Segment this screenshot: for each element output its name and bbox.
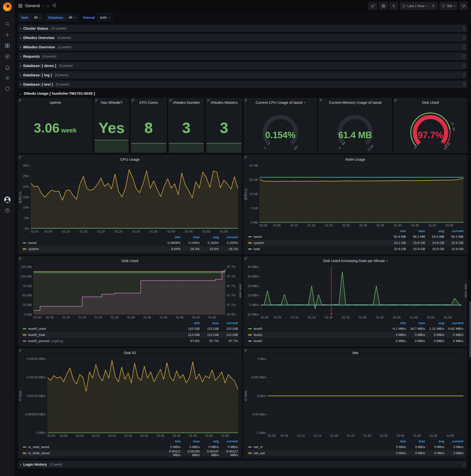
legend-column-min[interactable]: min (181, 321, 200, 325)
variable-value-database[interactable]: All▾ (66, 14, 78, 21)
legend-column-min[interactable]: min (387, 440, 406, 443)
legend-column-max[interactable]: max (406, 229, 425, 233)
share-icon[interactable] (52, 3, 56, 9)
panel-header[interactable]: Disk Used Increasing Rate per Minute▾ (244, 257, 467, 265)
legend-series-io_read_taosd[interactable]: io_read_taosd (23, 445, 161, 449)
legend-series-total[interactable]: total (248, 247, 387, 251)
info-icon[interactable]: i (20, 257, 20, 261)
panel-header[interactable]: CPU Usage (18, 155, 241, 163)
row-collapsed-2[interactable]: ›MNodes Overview(2 panels) (18, 43, 467, 51)
row-collapsed-6[interactable]: ›Database: [ test ](5 panels) (18, 81, 467, 88)
panel-info-corner[interactable] (244, 257, 249, 262)
panel-header[interactable]: Current CPU Usage of taosd▾ (244, 98, 317, 106)
panel-header[interactable]: Disk Used (18, 257, 241, 265)
info-icon[interactable]: i (245, 349, 246, 353)
row-dnode-usage[interactable]: ⌄ DNode Usage [ huolinhe-TM1701:6030 ] (18, 90, 467, 97)
panel-info-corner[interactable] (244, 155, 249, 161)
row-collapsed-1[interactable]: ›DNodes Overview(4 panels) (18, 34, 467, 41)
row-drag-handle[interactable] (463, 73, 466, 77)
legend-column-max[interactable]: max (181, 440, 200, 443)
legend-column-min[interactable]: min (161, 235, 181, 239)
panel-info-corner[interactable] (94, 98, 100, 104)
grafana-logo-icon[interactable] (3, 2, 12, 11)
panel-info-corner[interactable] (18, 155, 24, 161)
row-drag-handle[interactable] (463, 64, 466, 68)
time-range-picker[interactable]: Last 1 hour ▾ (400, 2, 429, 10)
row-login-history[interactable]: › Login History (1 panel) (18, 460, 467, 468)
panel-header[interactable]: Uptime (18, 98, 92, 106)
chart-svg[interactable]: 0 GiB97.6%25 GiB97.7%50 GiB97.7%75 GiB97… (18, 265, 241, 320)
row-drag-handle[interactable] (463, 83, 466, 86)
page-scrollbar[interactable] (469, 301, 471, 357)
info-icon[interactable]: i (132, 99, 133, 102)
chart-plot-area[interactable]: 0 GiB97.6%25 GiB97.7%50 GiB97.7%75 GiB97… (18, 265, 241, 320)
row-collapsed-5[interactable]: ›Database: [ log ](5 panels) (18, 71, 467, 79)
chart-svg[interactable]: -1 Mb/s-0.50 Mb/s0 Mb/s0.500 Mb/s1 Mb/s0… (244, 357, 467, 438)
legend-series-net_in[interactable]: net_in (248, 445, 387, 449)
info-icon[interactable]: i (207, 99, 208, 102)
server-admin-shield-icon[interactable] (0, 84, 15, 94)
legend-column-current[interactable]: current (219, 321, 238, 325)
panel-info-corner[interactable] (244, 98, 250, 104)
legend-column-min[interactable]: min (161, 440, 181, 443)
legend-column-current[interactable]: current (444, 440, 463, 443)
info-icon[interactable]: i (245, 257, 246, 261)
panel-info-corner[interactable] (244, 349, 249, 354)
variable-value-interval[interactable]: auto▾ (97, 14, 113, 21)
legend-series-taosd[interactable]: taosd (23, 241, 161, 245)
row-collapsed-0[interactable]: ›Cluster Status(21 panels) (18, 25, 467, 32)
info-icon[interactable]: i (20, 99, 20, 102)
legend-series-level1[interactable]: level1 (248, 333, 387, 337)
user-avatar[interactable] (0, 194, 15, 205)
cycle-view-mode-button[interactable] (459, 2, 468, 10)
legend-series-level0_total[interactable]: level0_total (23, 333, 181, 337)
panel-header[interactable]: RAM Usage (244, 155, 467, 163)
zoom-out-time-button[interactable] (429, 2, 437, 10)
configuration-gear-icon[interactable] (0, 73, 15, 84)
chart-svg[interactable]: -10 MB/s0 MB/s10 MB/s20 MB/s30 MB/s40 MB… (244, 265, 467, 320)
chart-svg[interactable]: 0%5%10%15%20%25%30%01:0001:0501:1001:150… (18, 163, 241, 234)
legend-column-max[interactable]: max (181, 235, 200, 239)
legend-series-level0_used[interactable]: level0_used (23, 327, 181, 330)
legend-series-level2[interactable]: level2 (248, 339, 387, 343)
legend-column-max[interactable]: max (200, 321, 219, 325)
legend-column-min[interactable]: min (387, 321, 406, 325)
panel-header[interactable]: Net (244, 349, 467, 357)
refresh-button[interactable]: 30s ▾ (439, 2, 457, 10)
legend-column-avg[interactable]: avg (200, 235, 219, 239)
add-panel-button[interactable] (369, 2, 377, 10)
info-icon[interactable]: i (20, 155, 20, 159)
variable-value-fqdn[interactable]: All▾ (31, 14, 43, 21)
legend-column-avg[interactable]: avg (425, 229, 444, 233)
legend-column-avg[interactable]: avg (200, 440, 219, 443)
save-dashboard-button[interactable] (379, 2, 387, 10)
info-icon[interactable]: i (96, 99, 96, 102)
row-drag-handle[interactable] (463, 54, 466, 58)
legend-column-current[interactable]: current (444, 321, 463, 325)
info-icon[interactable]: i (395, 99, 396, 102)
legend-column-current[interactable]: current (219, 440, 238, 443)
row-drag-handle[interactable] (463, 36, 466, 40)
legend-column-avg[interactable]: avg (425, 321, 444, 325)
legend-column-max[interactable]: max (406, 440, 425, 443)
info-icon[interactable]: i (245, 99, 246, 102)
panel-info-corner[interactable] (394, 98, 399, 104)
chart-plot-area[interactable]: 0%5%10%15%20%25%30%01:0001:0501:1001:150… (18, 163, 241, 234)
panel-info-corner[interactable] (18, 349, 24, 354)
row-collapsed-3[interactable]: ›Requests(4 panels) (18, 52, 467, 60)
explore-compass-icon[interactable] (0, 51, 15, 62)
breadcrumb-section[interactable]: General (25, 3, 40, 8)
panel-info-corner[interactable] (131, 98, 136, 104)
legend-column-max[interactable]: max (406, 321, 425, 325)
chart-svg[interactable]: 0 MB/s0.000500 MB/s0.00100 MB/s0.00150 M… (18, 357, 241, 438)
legend-series-net_out[interactable]: net_out (248, 451, 387, 455)
panel-info-corner[interactable] (169, 98, 174, 104)
legend-series-taosd[interactable]: taosd (248, 235, 387, 238)
chart-plot-area[interactable]: 0 MB5 GB10 GB15 GB20 GB01:0001:0501:1001… (244, 163, 467, 228)
legend-series-system[interactable]: system (23, 247, 161, 251)
legend-series-level0_percent[interactable]: level0_percent(right-y) (23, 339, 181, 343)
row-drag-handle[interactable] (463, 45, 466, 49)
legend-column-min[interactable]: min (387, 229, 406, 233)
row-collapsed-4[interactable]: ›Database: [ demo ](5 panels) (18, 62, 467, 69)
legend-column-current[interactable]: current (219, 235, 238, 239)
